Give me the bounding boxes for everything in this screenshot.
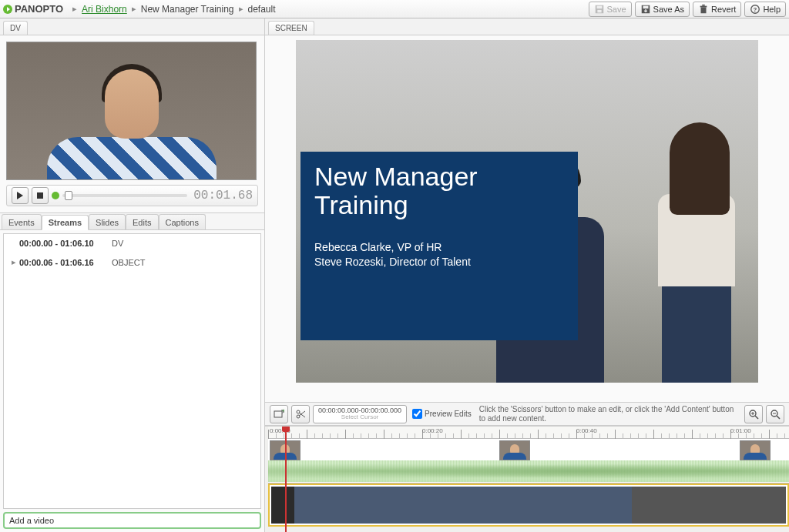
logo-play-icon xyxy=(3,5,12,14)
scissors-icon xyxy=(295,409,306,420)
stream-label: DV xyxy=(112,239,123,248)
zoom-in-icon xyxy=(748,409,759,420)
transport-bar: 00:01.68 xyxy=(6,185,258,206)
tab-streams[interactable]: Streams xyxy=(42,215,89,230)
streams-list: 00:00.00 - 01:06.10 DV ▸ 00:00.06 - 01:0… xyxy=(3,233,261,509)
stream-row[interactable]: ▸ 00:00.06 - 01:06.16 OBJECT xyxy=(4,253,260,272)
chevron-right-icon: ▸ xyxy=(239,4,243,14)
preview-edits-checkbox[interactable]: Preview Edits xyxy=(412,409,472,419)
zoom-out-button[interactable] xyxy=(766,405,784,423)
chevron-right-icon: ▸ xyxy=(72,4,77,14)
chevron-right-icon: ▸ xyxy=(132,4,136,14)
brand-text: PANOPTO xyxy=(15,3,63,15)
help-icon: ? xyxy=(750,4,760,15)
timecode: 00:01.68 xyxy=(193,189,253,202)
subtab-bar: Events Streams Slides Edits Captions xyxy=(0,213,264,230)
tab-edits[interactable]: Edits xyxy=(126,214,158,229)
clip-thumb[interactable] xyxy=(499,440,530,460)
playhead[interactable] xyxy=(285,427,287,532)
floppy-arrow-icon xyxy=(640,4,651,15)
timeline-ruler[interactable]: 0:00:00 0:00:20 0:00:40 0:01:00 xyxy=(268,427,789,439)
zoom-in-button[interactable] xyxy=(744,405,763,423)
stream-range: 00:00.00 - 01:06.10 xyxy=(19,239,112,248)
play-icon xyxy=(17,192,23,199)
svg-text:+: + xyxy=(282,409,284,413)
app-logo: PANOPTO xyxy=(3,3,63,15)
breadcrumb-title: New Manager Training xyxy=(141,4,234,15)
dv-tab[interactable]: DV xyxy=(3,21,28,35)
right-panel: SCREEN New Manager Training Rebecca Clar… xyxy=(265,18,789,532)
help-button[interactable]: ? Help xyxy=(744,2,786,17)
clip-thumb[interactable] xyxy=(740,440,771,460)
slide-title-box: New Manager Training Rebecca Clarke, VP … xyxy=(300,152,578,340)
svg-rect-5 xyxy=(700,7,706,13)
slide-title: New Manager Training xyxy=(314,162,564,220)
ruler-label: 0:00:20 xyxy=(422,427,443,434)
tab-slides[interactable]: Slides xyxy=(89,214,126,229)
save-button[interactable]: Save xyxy=(589,2,632,17)
timeline[interactable]: 0:00:00 0:00:20 0:00:40 0:01:00 xyxy=(265,426,789,532)
tab-events[interactable]: Events xyxy=(2,214,42,229)
svg-rect-4 xyxy=(643,5,648,8)
add-video-button[interactable]: Add a video xyxy=(3,512,261,529)
stop-icon xyxy=(37,192,43,199)
zoom-out-icon xyxy=(770,409,781,420)
svg-rect-1 xyxy=(596,5,602,8)
timeline-track-video[interactable] xyxy=(268,439,789,483)
right-tabstrip: SCREEN xyxy=(265,18,789,35)
dv-video[interactable] xyxy=(6,42,257,180)
tab-captions[interactable]: Captions xyxy=(159,214,206,229)
svg-rect-6 xyxy=(700,5,707,7)
svg-rect-10 xyxy=(274,411,282,417)
progress-slider[interactable] xyxy=(62,194,187,197)
timeline-track-object[interactable] xyxy=(268,483,789,527)
floppy-icon xyxy=(594,4,605,15)
svg-text:?: ? xyxy=(754,5,757,12)
screen-preview-area: New Manager Training Rebecca Clarke, VP … xyxy=(265,35,789,403)
breadcrumb-user[interactable]: Ari Bixhorn xyxy=(82,4,127,15)
breadcrumb-part: default xyxy=(248,4,276,15)
range-display[interactable]: 00:00:00.000-00:00:00.000 Select Cursor xyxy=(313,405,407,423)
ruler-label: 0:00:40 xyxy=(576,427,597,434)
stream-row[interactable]: 00:00.00 - 01:06.10 DV xyxy=(4,234,260,253)
scissors-button[interactable] xyxy=(291,405,310,423)
progress-indicator-icon xyxy=(52,192,59,199)
left-panel: DV 00:01.68 Events Streams Slides Edits … xyxy=(0,18,265,532)
stream-label: OBJECT xyxy=(112,258,145,267)
screen-tab[interactable]: SCREEN xyxy=(268,21,314,35)
trash-icon xyxy=(698,4,709,15)
editor-hint: Click the 'Scissors' button to make an e… xyxy=(479,405,741,423)
svg-rect-2 xyxy=(597,9,601,12)
add-content-button[interactable]: + xyxy=(270,405,288,423)
left-tabstrip: DV xyxy=(0,18,264,35)
save-as-button[interactable]: Save As xyxy=(635,2,690,17)
top-toolbar: PANOPTO ▸ Ari Bixhorn ▸ New Manager Trai… xyxy=(0,0,789,18)
expand-icon[interactable]: ▸ xyxy=(12,257,19,267)
ruler-label: 0:01:00 xyxy=(730,427,751,434)
stream-range: 00:00.06 - 01:06.16 xyxy=(19,258,112,267)
revert-button[interactable]: Revert xyxy=(693,2,741,17)
dv-preview-area: 00:01.68 xyxy=(0,35,264,213)
play-button[interactable] xyxy=(12,187,29,204)
slide-preview[interactable]: New Manager Training Rebecca Clarke, VP … xyxy=(296,40,758,383)
add-content-icon: + xyxy=(274,409,284,420)
stop-button[interactable] xyxy=(32,187,49,204)
svg-rect-7 xyxy=(702,4,705,5)
slide-subtitle: Rebecca Clarke, VP of HR Steve Rozeski, … xyxy=(314,240,564,270)
editor-toolbar: + 00:00:00.000-00:00:00.000 Select Curso… xyxy=(265,403,789,426)
